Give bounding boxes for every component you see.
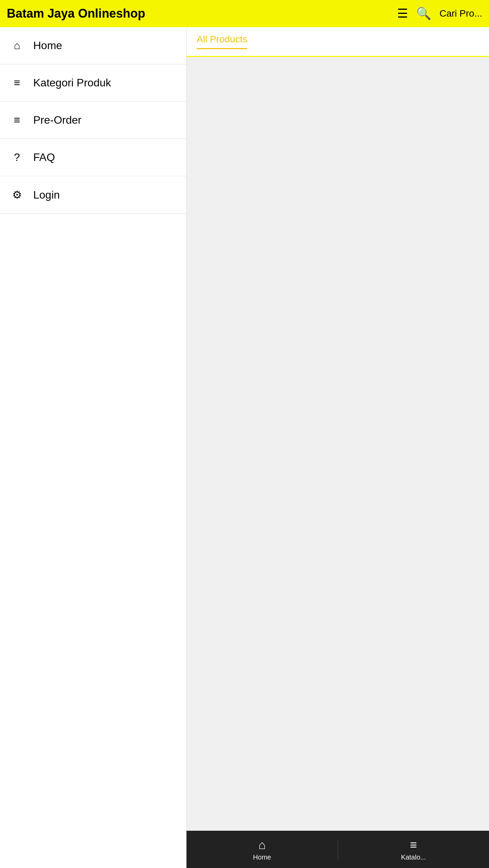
app-title: Batam Jaya Onlineshop [7, 6, 145, 21]
sidebar-item-kategori-produk[interactable]: ≡ Kategori Produk [0, 64, 186, 102]
sidebar-item-label-home: Home [33, 39, 62, 52]
sidebar: ⌂ Home ≡ Kategori Produk ≡ Pre-Order ? F… [0, 27, 187, 868]
sidebar-item-login[interactable]: ⚙ Login [0, 176, 186, 214]
bottom-nav-home[interactable]: ⌂ Home [187, 831, 338, 868]
search-placeholder[interactable]: Cari Pro... [439, 8, 482, 19]
right-panel-header: All Products [187, 27, 489, 57]
home-icon: ⌂ [10, 39, 24, 52]
right-panel: All Products [187, 27, 489, 868]
bottom-nav-katalog-label: Katalo... [401, 853, 426, 861]
sidebar-item-label-preorder: Pre-Order [33, 114, 81, 126]
all-products-tab[interactable]: All Products [197, 34, 247, 49]
search-icon[interactable]: 🔍 [416, 6, 431, 21]
sidebar-item-label-faq: FAQ [33, 151, 55, 164]
bottom-nav: ⌂ Home ≡ Katalo... [187, 831, 489, 868]
sidebar-item-faq[interactable]: ? FAQ [0, 139, 186, 176]
bottom-nav-katalog[interactable]: ≡ Katalo... [338, 831, 489, 868]
bottom-nav-home-label: Home [253, 853, 271, 861]
list-icon-preorder: ≡ [10, 114, 24, 126]
gear-icon: ⚙ [10, 188, 24, 201]
bottom-katalog-icon: ≡ [410, 838, 417, 852]
sidebar-item-label-kategori: Kategori Produk [33, 77, 111, 89]
header: Batam Jaya Onlineshop ☰ 🔍 Cari Pro... [0, 0, 489, 27]
sidebar-item-pre-order[interactable]: ≡ Pre-Order [0, 102, 186, 139]
sidebar-item-label-login: Login [33, 189, 60, 201]
list-icon-kategori: ≡ [10, 77, 24, 89]
bottom-home-icon: ⌂ [258, 838, 266, 852]
sidebar-item-home[interactable]: ⌂ Home [0, 27, 186, 64]
hamburger-icon[interactable]: ☰ [397, 6, 408, 21]
header-actions: ☰ 🔍 Cari Pro... [397, 6, 482, 21]
main-layout: ⌂ Home ≡ Kategori Produk ≡ Pre-Order ? F… [0, 27, 489, 868]
question-icon: ? [10, 151, 24, 164]
